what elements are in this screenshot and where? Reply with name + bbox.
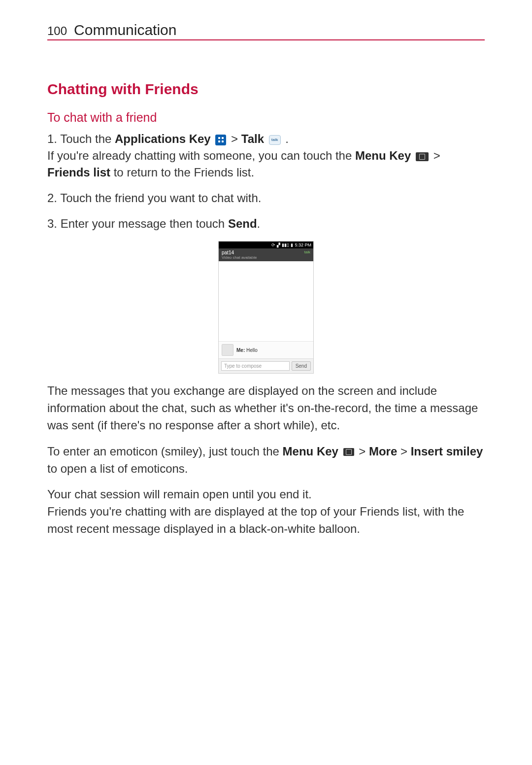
message-body: Hello (245, 348, 258, 353)
paragraph: Your chat session will remain open until… (47, 486, 485, 537)
step-text: If you're already chatting with someone,… (47, 149, 355, 162)
gt-separator: > (397, 445, 410, 458)
section-heading: Chatting with Friends (47, 81, 485, 98)
step-number: 1. (47, 132, 60, 145)
message-text: Me: Hello (236, 348, 258, 353)
subsection-heading: To chat with a friend (47, 110, 485, 125)
step-number: 3. (47, 217, 61, 230)
menu-key-label: Menu Key (355, 149, 411, 162)
status-time: 5:32 PM (295, 243, 311, 247)
applications-key-label: Applications Key (115, 132, 211, 145)
battery-icon: ▮ (291, 243, 293, 247)
step-number: 2. (47, 191, 60, 205)
signal-icon: ▮▮▯ (282, 243, 289, 247)
send-label: Send (228, 217, 257, 230)
compose-bar: Type to compose Send (219, 358, 313, 373)
step-2: 2. Touch the friend you want to chat wit… (47, 190, 485, 207)
gt-separator: > (356, 445, 369, 458)
page-header: 100 Communication (47, 22, 485, 40)
paragraph-text: To enter an emoticon (smiley), just touc… (47, 445, 283, 458)
page-number: 100 (47, 24, 67, 38)
message-row: Me: Hello (219, 341, 313, 358)
step-3: 3. Enter your message then touch Send. (47, 215, 485, 232)
phone-screenshot: ⟳ ▞ ▮▮▯ ▮ 5:32 PM talk pat14 Video chat … (218, 241, 314, 374)
step-text: Touch the friend you want to chat with. (60, 191, 261, 205)
chat-body (219, 261, 313, 341)
step-tail: . (282, 132, 289, 145)
send-button[interactable]: Send (292, 361, 311, 371)
data-icon: ▞ (277, 243, 280, 247)
step-text: Enter your message then touch (61, 217, 228, 230)
chat-username: pat14 (222, 250, 310, 255)
paragraph: The messages that you exchange are displ… (47, 382, 485, 434)
paragraph-text: Friends you're chatting with are display… (47, 505, 464, 535)
gt-separator: > (430, 149, 440, 162)
compose-input[interactable]: Type to compose (221, 361, 290, 371)
steps-list: 1. Touch the Applications Key > Talk tal… (47, 131, 485, 232)
chat-title-bar: talk pat14 Video chat available (219, 248, 313, 261)
menu-key-label: Menu Key (283, 445, 338, 458)
more-label: More (369, 445, 397, 458)
gt-separator: > (228, 132, 241, 145)
insert-smiley-label: Insert smiley (411, 445, 483, 458)
status-bar: ⟳ ▞ ▮▮▯ ▮ 5:32 PM (219, 242, 313, 248)
step-text: Touch the (60, 132, 115, 145)
friends-list-label: Friends list (47, 166, 110, 179)
talk-label: Talk (241, 132, 264, 145)
page-section-title: Communication (74, 22, 176, 38)
talk-badge: talk (304, 250, 310, 254)
sync-icon: ⟳ (271, 243, 275, 247)
applications-key-icon (215, 135, 226, 145)
menu-key-icon (416, 152, 429, 161)
step-text: to return to the Friends list. (110, 166, 254, 179)
avatar (222, 344, 233, 356)
paragraph-text: to open a list of emoticons. (47, 462, 188, 475)
step-1: 1. Touch the Applications Key > Talk tal… (47, 131, 485, 181)
menu-key-icon (343, 448, 354, 456)
paragraph: To enter an emoticon (smiley), just touc… (47, 443, 485, 478)
talk-icon: talk (269, 135, 281, 145)
chat-status: Video chat available (222, 255, 310, 260)
message-author: Me: (236, 348, 245, 353)
step-tail: . (257, 217, 261, 230)
manual-page: 100 Communication Chatting with Friends … (0, 0, 532, 765)
paragraph-text: Your chat session will remain open until… (47, 487, 312, 501)
